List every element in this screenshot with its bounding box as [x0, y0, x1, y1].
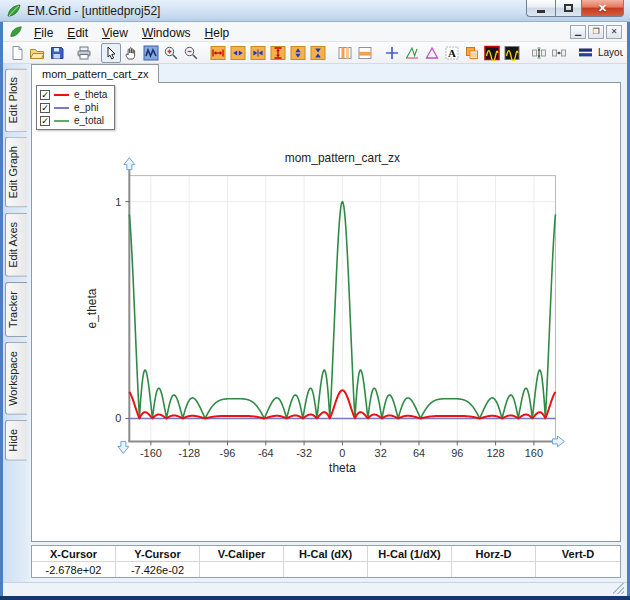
wave-tile-icon: [143, 45, 159, 61]
h-grow-button[interactable]: [228, 43, 248, 63]
sidebar-tab-strip: Edit PlotsEdit GraphEdit AxesTrackerWork…: [3, 64, 29, 582]
resize-grip[interactable]: [613, 583, 624, 594]
v-spacing-button[interactable]: [529, 43, 549, 63]
plot-canvas[interactable]: -160-128-96-64-32032649612816001mom_patt…: [32, 83, 620, 541]
title-bar: EM.Grid - [untitledproj52] ✕: [0, 0, 630, 22]
sidebar-tab-hide[interactable]: Hide: [5, 420, 27, 461]
menu-windows[interactable]: Windows: [135, 24, 198, 42]
menu-view[interactable]: View: [95, 24, 135, 42]
maximize-button[interactable]: [555, 0, 582, 17]
legend: ✓e_theta✓e_phi✓e_total: [36, 85, 115, 130]
minimize-button[interactable]: [526, 0, 555, 17]
legend-label-e_phi: e_phi: [74, 102, 98, 113]
caliper-icon: [424, 45, 440, 61]
legend-row-e_total: ✓e_total: [40, 114, 107, 127]
sidebar-tab-edit-axes[interactable]: Edit Axes: [5, 213, 27, 277]
legend-checkbox-e_phi[interactable]: ✓: [40, 103, 50, 113]
legend-checkbox-e_theta[interactable]: ✓: [40, 90, 50, 100]
svg-text:0: 0: [115, 412, 121, 424]
h-expand-icon: [210, 45, 226, 61]
cursor-table-header-h-cal-1-dx-: H-Cal (1/dX): [368, 546, 452, 562]
sidebar-tab-edit-graph[interactable]: Edit Graph: [5, 137, 27, 208]
text-label-button[interactable]: A: [442, 43, 462, 63]
v-shrink-button[interactable]: [308, 43, 328, 63]
legend-checkbox-e_total[interactable]: ✓: [40, 116, 50, 126]
toolbar: ALayout: [3, 42, 627, 64]
svg-text:32: 32: [375, 447, 387, 459]
v-in-icon: [310, 45, 326, 61]
svg-text:-64: -64: [258, 447, 274, 459]
cursor-table-value-0: -2.678e+02: [32, 562, 116, 577]
close-button[interactable]: ✕: [582, 0, 624, 17]
print-icon: [76, 45, 92, 61]
v-out-icon: [290, 45, 306, 61]
caliper-button[interactable]: [422, 43, 442, 63]
split-rows-icon: [357, 45, 373, 61]
cursor-table-value-2: [200, 562, 284, 577]
app-window: EM.Grid - [untitledproj52] ✕ FileEditVie…: [0, 0, 630, 600]
h-shrink-button[interactable]: [248, 43, 268, 63]
split-cols-icon: [337, 45, 353, 61]
graph-style-button[interactable]: [502, 43, 522, 63]
axes-tool-button[interactable]: [402, 43, 422, 63]
save-button[interactable]: [47, 43, 67, 63]
zoom-in-button[interactable]: [161, 43, 181, 63]
mdi-close-button[interactable]: ✕: [606, 25, 622, 39]
cursor-table-header-horz-d: Horz-D: [452, 546, 536, 562]
v-space-icon: [531, 45, 547, 61]
sidebar-tab-workspace[interactable]: Workspace: [5, 342, 27, 415]
v-expand-button[interactable]: [268, 43, 288, 63]
minimize-icon: [537, 10, 545, 13]
plot-page: -160-128-96-64-32032649612816001mom_patt…: [31, 82, 621, 542]
menu-edit[interactable]: Edit: [60, 24, 95, 42]
split-rows-button[interactable]: [355, 43, 375, 63]
svg-text:-128: -128: [178, 447, 200, 459]
svg-text:-32: -32: [296, 447, 312, 459]
svg-text:e_theta: e_theta: [85, 288, 99, 328]
text-a-icon: A: [444, 45, 460, 61]
graph-style-active-button[interactable]: [482, 43, 502, 63]
menu-file[interactable]: File: [27, 24, 60, 42]
zoom-out-button[interactable]: [181, 43, 201, 63]
wave-dark-icon: [504, 45, 520, 61]
mdi-minimize-button[interactable]: ▁: [570, 25, 586, 39]
svg-text:-160: -160: [140, 447, 162, 459]
legend-line-swatch-e_phi: [54, 107, 69, 109]
crosshair-icon: [384, 45, 400, 61]
cursor-table-header-h-cal-dx-: H-Cal (dX): [284, 546, 368, 562]
print-button[interactable]: [74, 43, 94, 63]
h-spacing-button[interactable]: [549, 43, 569, 63]
layout-icon: [578, 45, 594, 61]
new-file-button[interactable]: [7, 43, 27, 63]
document-tab[interactable]: mom_pattern_cart_zx: [31, 64, 159, 83]
fit-plot-button[interactable]: [141, 43, 161, 63]
cursor-readout-table: X-CursorY-CursorV-CaliperH-Cal (dX)H-Cal…: [31, 545, 621, 578]
window-bottom-border: [0, 596, 630, 600]
axes-tool-icon: [404, 45, 420, 61]
open-file-button[interactable]: [27, 43, 47, 63]
select-cursor-button[interactable]: [101, 43, 121, 63]
legend-row-e_phi: ✓e_phi: [40, 101, 107, 114]
menu-help[interactable]: Help: [198, 24, 237, 42]
legend-label-e_theta: e_theta: [74, 89, 107, 100]
sidebar-tab-tracker[interactable]: Tracker: [5, 282, 27, 337]
split-columns-button[interactable]: [335, 43, 355, 63]
window-title: EM.Grid - [untitledproj52]: [27, 4, 160, 18]
overlay-plots-button[interactable]: [462, 43, 482, 63]
legend-row-e_theta: ✓e_theta: [40, 88, 107, 101]
save-icon: [49, 45, 65, 61]
pan-hand-button[interactable]: [121, 43, 141, 63]
layout-button[interactable]: [576, 43, 596, 63]
sidebar-tab-edit-plots[interactable]: Edit Plots: [5, 68, 27, 132]
v-grow-button[interactable]: [288, 43, 308, 63]
mdi-document-icon: [9, 25, 23, 39]
close-icon: ✕: [598, 2, 607, 15]
cursor-table-header-vert-d: Vert-D: [536, 546, 620, 562]
cursor-table-value-1: -7.426e-02: [116, 562, 200, 577]
wave-dark-red-icon: [484, 45, 500, 61]
h-expand-button[interactable]: [208, 43, 228, 63]
svg-text:64: 64: [413, 447, 425, 459]
crosshair-button[interactable]: [382, 43, 402, 63]
mdi-restore-button[interactable]: ❐: [588, 25, 604, 39]
overlay-squares-icon: [464, 45, 480, 61]
